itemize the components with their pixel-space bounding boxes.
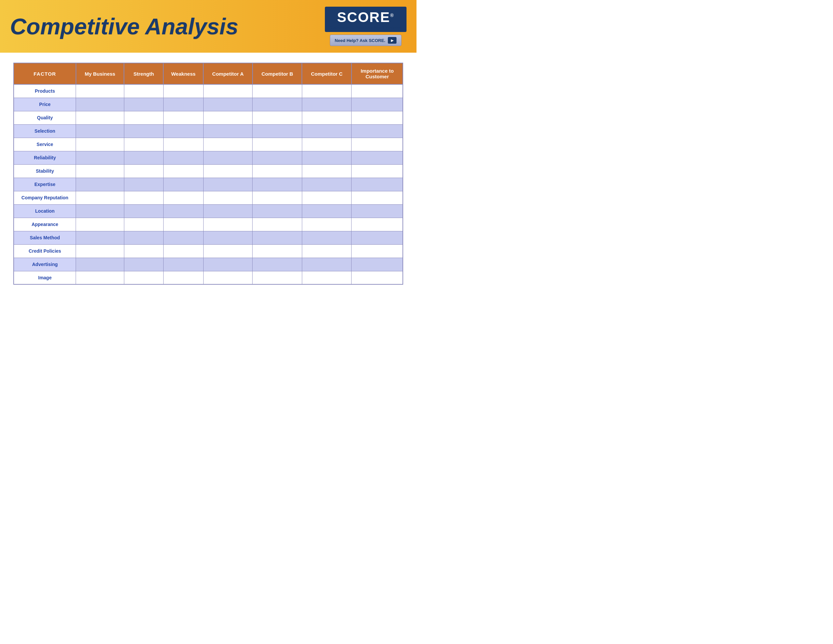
data-cell[interactable] (76, 178, 124, 191)
data-cell[interactable] (203, 84, 252, 98)
data-cell[interactable] (124, 244, 163, 258)
data-cell[interactable] (76, 138, 124, 151)
data-cell[interactable] (203, 191, 252, 204)
data-cell[interactable] (352, 84, 403, 98)
data-cell[interactable] (163, 111, 203, 124)
data-cell[interactable] (352, 124, 403, 138)
data-cell[interactable] (352, 191, 403, 204)
data-cell[interactable] (76, 124, 124, 138)
data-cell[interactable] (302, 271, 352, 284)
data-cell[interactable] (203, 271, 252, 284)
data-cell[interactable] (124, 84, 163, 98)
data-cell[interactable] (163, 271, 203, 284)
data-cell[interactable] (124, 271, 163, 284)
data-cell[interactable] (302, 84, 352, 98)
data-cell[interactable] (203, 111, 252, 124)
data-cell[interactable] (252, 151, 302, 164)
data-cell[interactable] (302, 124, 352, 138)
data-cell[interactable] (124, 258, 163, 271)
data-cell[interactable] (163, 151, 203, 164)
data-cell[interactable] (302, 258, 352, 271)
data-cell[interactable] (163, 138, 203, 151)
data-cell[interactable] (163, 164, 203, 178)
data-cell[interactable] (302, 138, 352, 151)
data-cell[interactable] (352, 111, 403, 124)
data-cell[interactable] (252, 218, 302, 231)
data-cell[interactable] (252, 98, 302, 111)
data-cell[interactable] (252, 271, 302, 284)
data-cell[interactable] (352, 138, 403, 151)
data-cell[interactable] (203, 138, 252, 151)
help-button[interactable]: Need Help? Ask SCORE. ► (330, 35, 402, 46)
data-cell[interactable] (124, 164, 163, 178)
data-cell[interactable] (252, 178, 302, 191)
data-cell[interactable] (163, 178, 203, 191)
data-cell[interactable] (352, 178, 403, 191)
data-cell[interactable] (302, 231, 352, 244)
data-cell[interactable] (124, 218, 163, 231)
data-cell[interactable] (124, 138, 163, 151)
data-cell[interactable] (163, 244, 203, 258)
data-cell[interactable] (302, 191, 352, 204)
data-cell[interactable] (203, 164, 252, 178)
data-cell[interactable] (124, 204, 163, 218)
data-cell[interactable] (203, 218, 252, 231)
data-cell[interactable] (352, 164, 403, 178)
data-cell[interactable] (124, 111, 163, 124)
data-cell[interactable] (163, 218, 203, 231)
data-cell[interactable] (252, 244, 302, 258)
data-cell[interactable] (302, 218, 352, 231)
data-cell[interactable] (76, 244, 124, 258)
data-cell[interactable] (163, 204, 203, 218)
data-cell[interactable] (203, 231, 252, 244)
data-cell[interactable] (163, 258, 203, 271)
data-cell[interactable] (252, 204, 302, 218)
data-cell[interactable] (76, 151, 124, 164)
data-cell[interactable] (76, 204, 124, 218)
data-cell[interactable] (203, 151, 252, 164)
data-cell[interactable] (76, 98, 124, 111)
data-cell[interactable] (124, 124, 163, 138)
data-cell[interactable] (302, 111, 352, 124)
data-cell[interactable] (352, 258, 403, 271)
data-cell[interactable] (252, 191, 302, 204)
data-cell[interactable] (252, 111, 302, 124)
data-cell[interactable] (76, 164, 124, 178)
data-cell[interactable] (352, 231, 403, 244)
data-cell[interactable] (124, 178, 163, 191)
data-cell[interactable] (76, 271, 124, 284)
data-cell[interactable] (252, 124, 302, 138)
data-cell[interactable] (76, 258, 124, 271)
data-cell[interactable] (252, 138, 302, 151)
data-cell[interactable] (203, 98, 252, 111)
data-cell[interactable] (203, 124, 252, 138)
data-cell[interactable] (302, 178, 352, 191)
data-cell[interactable] (124, 151, 163, 164)
data-cell[interactable] (302, 98, 352, 111)
data-cell[interactable] (352, 218, 403, 231)
data-cell[interactable] (203, 204, 252, 218)
data-cell[interactable] (163, 231, 203, 244)
data-cell[interactable] (252, 84, 302, 98)
data-cell[interactable] (124, 98, 163, 111)
data-cell[interactable] (203, 244, 252, 258)
data-cell[interactable] (252, 164, 302, 178)
data-cell[interactable] (76, 231, 124, 244)
data-cell[interactable] (163, 124, 203, 138)
data-cell[interactable] (124, 191, 163, 204)
data-cell[interactable] (76, 191, 124, 204)
data-cell[interactable] (252, 231, 302, 244)
data-cell[interactable] (302, 244, 352, 258)
data-cell[interactable] (352, 271, 403, 284)
data-cell[interactable] (252, 258, 302, 271)
data-cell[interactable] (163, 191, 203, 204)
data-cell[interactable] (302, 164, 352, 178)
data-cell[interactable] (203, 178, 252, 191)
data-cell[interactable] (352, 98, 403, 111)
data-cell[interactable] (163, 98, 203, 111)
data-cell[interactable] (76, 218, 124, 231)
data-cell[interactable] (352, 244, 403, 258)
data-cell[interactable] (163, 84, 203, 98)
data-cell[interactable] (76, 84, 124, 98)
data-cell[interactable] (352, 204, 403, 218)
